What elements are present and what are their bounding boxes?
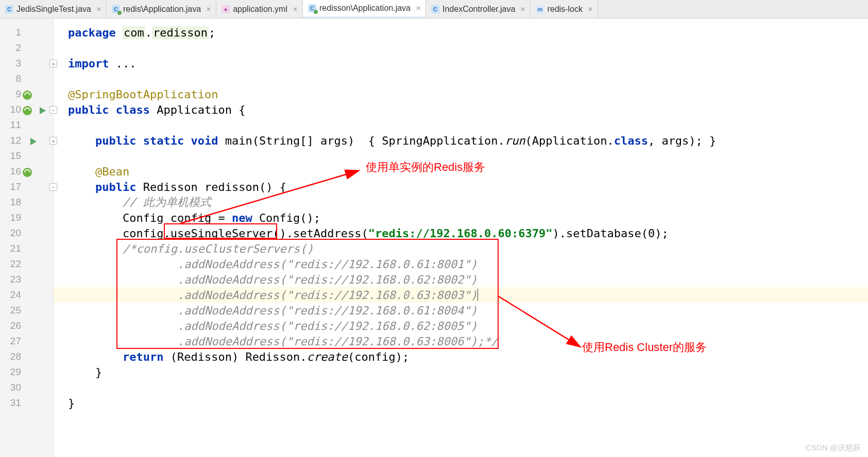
close-icon[interactable]: ✕	[206, 6, 211, 13]
line-number: 22	[0, 256, 53, 272]
line-number: 27	[0, 333, 53, 349]
close-icon[interactable]: ✕	[588, 6, 593, 13]
editor-tabs-bar: C JedisSingleTest.java ✕ C redis\Applica…	[0, 0, 868, 19]
svg-marker-2	[40, 107, 46, 114]
tab-label: JedisSingleTest.java	[16, 5, 91, 14]
line-number: 30	[0, 380, 53, 395]
code-line[interactable]: .addNodeAddress("redis://192.168.0.61:80…	[54, 256, 868, 272]
code-line[interactable]: // 此为单机模式	[54, 195, 868, 210]
line-number: 18	[0, 195, 53, 210]
spring-bean-icon[interactable]	[22, 165, 33, 180]
code-line[interactable]: config.useSingleServer().setAddress("red…	[54, 225, 868, 241]
watermark: CSDN @沃慈跃	[806, 443, 861, 453]
svg-point-0	[23, 91, 32, 100]
tab-redisson-application[interactable]: C redisson\Application.java ✕	[303, 0, 426, 18]
close-icon[interactable]: ✕	[520, 6, 525, 13]
tab-jedissingletest[interactable]: C JedisSingleTest.java ✕	[0, 0, 107, 18]
line-number: 25	[0, 303, 53, 318]
line-number: 23	[0, 272, 53, 287]
line-number: 24	[0, 287, 53, 303]
text-caret	[478, 289, 478, 301]
java-class-icon: C	[431, 5, 439, 13]
editor-gutter: 1 2 3 8 9 10 11 12 15 16 17 18 19 20 21 …	[0, 19, 54, 457]
close-icon[interactable]: ✕	[416, 5, 421, 12]
svg-point-1	[23, 106, 32, 115]
java-class-run-icon: C	[112, 5, 120, 13]
line-number: 28	[0, 349, 53, 364]
run-icon[interactable]	[29, 134, 38, 149]
code-body[interactable]: package com.redisson; import ... @Spring…	[54, 19, 868, 457]
line-number: 3	[0, 56, 53, 71]
yml-file-icon: ●	[222, 5, 230, 13]
code-line[interactable]: }	[54, 395, 868, 411]
line-number: 11	[0, 117, 53, 133]
java-class-run-icon: C	[308, 4, 316, 12]
line-number: 26	[0, 318, 53, 333]
tab-label: redis-lock	[547, 5, 582, 14]
tab-application-yml[interactable]: ● application.yml ✕	[216, 0, 303, 18]
line-number: 15	[0, 148, 53, 164]
tab-label: application.yml	[233, 5, 287, 14]
code-line[interactable]: Config config = new Config();	[54, 210, 868, 225]
svg-point-4	[23, 168, 32, 177]
tab-label: IndexController.java	[442, 5, 515, 14]
tab-label: redisson\Application.java	[319, 4, 411, 13]
close-icon[interactable]: ✕	[96, 6, 101, 13]
code-line[interactable]: }	[54, 364, 868, 380]
java-class-icon: C	[5, 5, 13, 13]
code-line[interactable]: @SpringBootApplication	[54, 86, 868, 102]
spring-bean-icon[interactable]	[22, 103, 33, 118]
line-number: 31	[0, 395, 53, 411]
line-number: 17	[0, 179, 53, 195]
code-line[interactable]: import ...	[54, 56, 868, 71]
line-number: 20	[0, 225, 53, 241]
code-line-current[interactable]: .addNodeAddress("redis://192.168.0.63:80…	[54, 287, 868, 303]
code-editor[interactable]: 1 2 3 8 9 10 11 12 15 16 17 18 19 20 21 …	[0, 19, 868, 457]
line-number: 1	[0, 25, 53, 40]
tab-indexcontroller[interactable]: C IndexController.java ✕	[426, 0, 531, 18]
run-icon[interactable]	[38, 103, 47, 118]
line-number: 29	[0, 364, 53, 380]
line-number: 8	[0, 71, 53, 86]
code-line[interactable]: .addNodeAddress("redis://192.168.0.63:80…	[54, 333, 868, 349]
code-line[interactable]: package com.redisson;	[54, 25, 868, 40]
close-icon[interactable]: ✕	[293, 6, 298, 13]
code-line[interactable]: public static void main(String[] args) {…	[54, 133, 868, 148]
code-line[interactable]: @Bean	[54, 164, 868, 179]
code-line[interactable]: .addNodeAddress("redis://192.168.0.62:80…	[54, 272, 868, 287]
line-number: 19	[0, 210, 53, 225]
line-number: 12	[0, 133, 53, 148]
code-line[interactable]: .addNodeAddress("redis://192.168.0.61:80…	[54, 303, 868, 318]
tab-redis-lock[interactable]: m redis-lock ✕	[531, 0, 598, 18]
code-line[interactable]: public Redisson redisson() {	[54, 179, 868, 195]
code-line[interactable]: /*config.useClusterServers()	[54, 241, 868, 256]
tab-redis-application[interactable]: C redis\Application.java ✕	[107, 0, 216, 18]
line-number: 21	[0, 241, 53, 256]
tab-label: redis\Application.java	[123, 5, 201, 14]
code-line[interactable]: .addNodeAddress("redis://192.168.0.62:80…	[54, 318, 868, 333]
spring-bean-icon[interactable]	[22, 87, 33, 103]
svg-marker-3	[30, 138, 37, 145]
code-line[interactable]: public class Application {	[54, 102, 868, 117]
maven-icon: m	[536, 5, 544, 13]
code-line[interactable]: return (Redisson) Redisson.create(config…	[54, 349, 868, 364]
line-number: 2	[0, 40, 53, 56]
